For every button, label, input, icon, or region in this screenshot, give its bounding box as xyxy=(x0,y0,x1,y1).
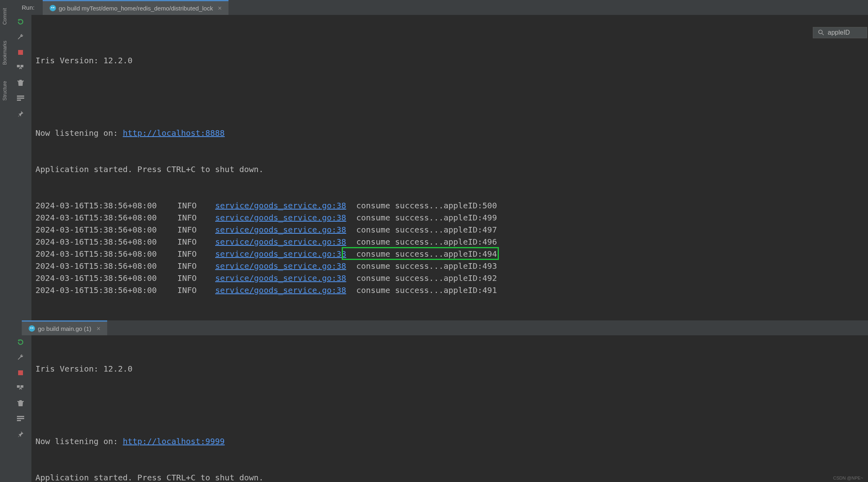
log-message: consume success...appleID:492 xyxy=(356,272,868,284)
layout-icon[interactable] xyxy=(16,384,25,393)
log-row: 2024-03-16T15:38:56+08:00INFOservice/goo… xyxy=(35,199,868,212)
log-message: consume success...appleID:496 xyxy=(356,236,868,248)
watermark: CSDN @NPE~ xyxy=(833,476,863,480)
version-line: Iris Version: 12.2.0 xyxy=(35,363,868,375)
log-timestamp: 2024-03-16T15:38:56+08:00 xyxy=(35,212,177,224)
log-level: INFO xyxy=(177,260,215,272)
log-level: INFO xyxy=(177,199,215,212)
log-timestamp: 2024-03-16T15:38:56+08:00 xyxy=(35,224,177,236)
svg-point-1 xyxy=(51,7,52,8)
svg-rect-19 xyxy=(17,420,21,421)
svg-rect-17 xyxy=(17,416,24,417)
run-label: Run: xyxy=(10,4,43,11)
listen-url-link[interactable]: http://localhost:8888 xyxy=(123,128,225,138)
stop-icon[interactable] xyxy=(16,48,25,57)
go-file-icon xyxy=(28,325,35,332)
search-input[interactable] xyxy=(828,29,864,36)
log-source-link[interactable]: service/goods_service.go:38 xyxy=(215,212,356,224)
trash-icon[interactable] xyxy=(16,79,25,87)
log-source-link[interactable]: service/goods_service.go:38 xyxy=(215,224,356,236)
svg-rect-18 xyxy=(17,418,24,419)
svg-rect-14 xyxy=(18,370,23,375)
trash-icon[interactable] xyxy=(16,399,25,408)
svg-rect-8 xyxy=(17,100,21,101)
wrench-icon[interactable] xyxy=(16,353,25,362)
listening-prefix: Now listening on: xyxy=(35,436,123,446)
log-row: 2024-03-16T15:38:56+08:00INFOservice/goo… xyxy=(35,272,868,284)
close-icon[interactable]: ✕ xyxy=(218,5,222,11)
svg-rect-5 xyxy=(21,65,23,67)
started-line: Application started. Press CTRL+C to shu… xyxy=(35,472,868,482)
svg-rect-6 xyxy=(17,96,24,97)
rerun-icon[interactable] xyxy=(16,338,25,347)
rerun-icon[interactable] xyxy=(16,17,25,26)
svg-point-12 xyxy=(30,327,31,328)
svg-line-10 xyxy=(822,33,824,35)
log-timestamp: 2024-03-16T15:38:56+08:00 xyxy=(35,272,177,284)
pin-icon[interactable] xyxy=(16,109,25,118)
soft-wrap-icon[interactable] xyxy=(16,94,25,103)
log-source-link[interactable]: service/goods_service.go:38 xyxy=(215,236,356,248)
layout-icon[interactable] xyxy=(16,63,25,72)
log-row: 2024-03-16T15:38:56+08:00INFOservice/goo… xyxy=(35,248,868,260)
search-icon xyxy=(818,29,824,36)
log-row: 2024-03-16T15:38:56+08:00INFOservice/goo… xyxy=(35,212,868,224)
log-source-link[interactable]: service/goods_service.go:38 xyxy=(215,260,356,272)
log-timestamp: 2024-03-16T15:38:56+08:00 xyxy=(35,284,177,296)
run-gutter-1 xyxy=(10,15,31,320)
log-timestamp: 2024-03-16T15:38:56+08:00 xyxy=(35,260,177,272)
log-level: INFO xyxy=(177,272,215,284)
close-icon[interactable]: ✕ xyxy=(96,326,101,332)
listening-prefix: Now listening on: xyxy=(35,128,123,138)
version-line: Iris Version: 12.2.0 xyxy=(35,54,868,66)
go-file-icon xyxy=(49,4,56,12)
log-message: consume success...appleID:491 xyxy=(356,284,868,296)
log-timestamp: 2024-03-16T15:38:56+08:00 xyxy=(35,248,177,260)
svg-point-11 xyxy=(29,325,35,332)
console-output-1[interactable]: Iris Version: 12.2.0 Now listening on: h… xyxy=(31,15,868,320)
log-message: consume success...appleID:497 xyxy=(356,224,868,236)
run-tab-1[interactable]: go build myTest/demo_home/redis_demo/dis… xyxy=(43,0,229,15)
search-box[interactable] xyxy=(813,27,867,38)
svg-rect-16 xyxy=(21,385,23,388)
log-timestamp: 2024-03-16T15:38:56+08:00 xyxy=(35,199,177,212)
pin-icon[interactable] xyxy=(16,430,25,438)
log-level: INFO xyxy=(177,212,215,224)
stop-icon[interactable] xyxy=(16,368,25,377)
log-level: INFO xyxy=(177,236,215,248)
run-tab-2-label: go build main.go (1) xyxy=(38,325,91,332)
log-source-link[interactable]: service/goods_service.go:38 xyxy=(215,284,356,296)
wrench-icon[interactable] xyxy=(16,33,25,42)
log-level: INFO xyxy=(177,284,215,296)
sidebar-tab-bookmarks[interactable]: Bookmarks xyxy=(2,41,8,65)
log-row: 2024-03-16T15:38:56+08:00INFOservice/goo… xyxy=(35,284,868,296)
log-message: consume success...appleID:500 xyxy=(356,199,868,212)
svg-rect-4 xyxy=(17,65,20,67)
log-row: 2024-03-16T15:38:56+08:00INFOservice/goo… xyxy=(35,236,868,248)
left-tool-stripe[interactable]: Commit Bookmarks Structure xyxy=(0,0,10,482)
listen-url-link[interactable]: http://localhost:9999 xyxy=(123,436,225,446)
svg-point-2 xyxy=(53,7,54,8)
log-source-link[interactable]: service/goods_service.go:38 xyxy=(215,272,356,284)
svg-rect-7 xyxy=(17,98,24,99)
log-level: INFO xyxy=(177,224,215,236)
svg-point-13 xyxy=(32,327,33,328)
log-source-link[interactable]: service/goods_service.go:38 xyxy=(215,199,356,212)
log-source-link[interactable]: service/goods_service.go:38 xyxy=(215,248,356,260)
log-message: consume success...appleID:493 xyxy=(356,260,868,272)
run-tab-1-label: go build myTest/demo_home/redis_demo/dis… xyxy=(59,5,213,12)
sidebar-tab-commit[interactable]: Commit xyxy=(2,8,8,25)
svg-rect-15 xyxy=(17,385,20,388)
svg-rect-3 xyxy=(18,50,23,55)
svg-point-0 xyxy=(50,5,56,11)
log-message: consume success...appleID:494 xyxy=(356,248,868,260)
log-row: 2024-03-16T15:38:56+08:00INFOservice/goo… xyxy=(35,224,868,236)
console-output-2[interactable]: Iris Version: 12.2.0 Now listening on: h… xyxy=(31,335,868,482)
run-tab-2[interactable]: go build main.go (1) ✕ xyxy=(22,320,107,335)
log-message: consume success...appleID:499 xyxy=(356,212,868,224)
soft-wrap-icon[interactable] xyxy=(16,414,25,423)
svg-point-9 xyxy=(819,30,822,34)
log-row: 2024-03-16T15:38:56+08:00INFOservice/goo… xyxy=(35,260,868,272)
started-line: Application started. Press CTRL+C to shu… xyxy=(35,163,868,175)
sidebar-tab-structure[interactable]: Structure xyxy=(2,81,8,101)
